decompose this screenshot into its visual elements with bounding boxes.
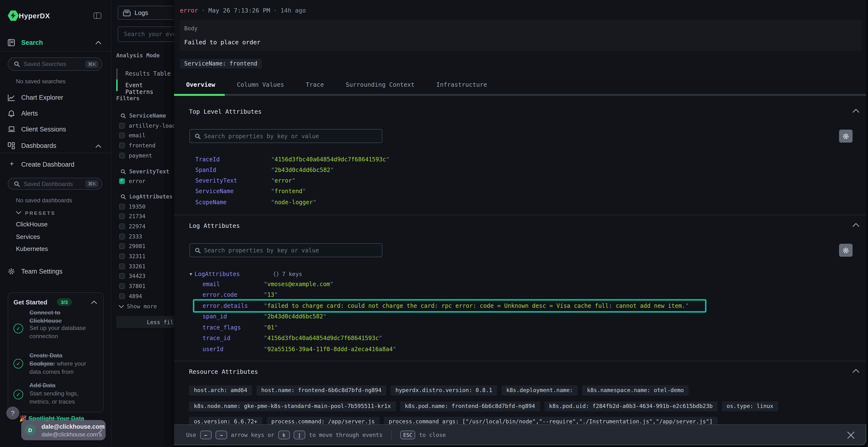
attribute-row[interactable]: email "vmoses@example.com" — [193, 280, 861, 288]
resource-attribute-chip[interactable]: os.type: linux — [722, 401, 778, 411]
attribute-key[interactable]: TraceId — [193, 156, 271, 163]
attribute-value[interactable]: "vmoses@example.com" — [264, 281, 334, 287]
source-select-button[interactable]: Logs — [118, 6, 174, 20]
attribute-key[interactable]: span_id — [193, 313, 264, 320]
checkbox[interactable] — [119, 243, 125, 249]
attribute-value[interactable]: "4156d3fbc40a64854d9dc7f68641593c" — [264, 335, 382, 342]
collapse-triangle-icon[interactable]: ▼ — [189, 271, 192, 276]
log-attributes-search-input[interactable] — [204, 247, 382, 253]
filter-option[interactable]: email — [119, 132, 174, 139]
arrow-right-key[interactable]: → — [216, 431, 227, 439]
filter-option[interactable]: 22974 — [119, 223, 145, 230]
filter-option[interactable]: frontend — [119, 142, 174, 149]
attribute-value[interactable]: "4156d3fbc40a64854d9dc7f68641593c" — [271, 156, 390, 163]
attribute-row[interactable]: userId "92a55156-39a4-11f0-8ddd-a2eca416… — [193, 345, 861, 353]
attribute-key[interactable]: trace_id — [193, 335, 264, 342]
attribute-value[interactable]: "2b43d0c4dd6bc582" — [271, 167, 334, 173]
attribute-row[interactable]: trace_id "4156d3fbc40a64854d9dc7f6864159… — [193, 334, 861, 342]
presets-toggle[interactable]: PRESETS — [0, 209, 111, 216]
attribute-row[interactable]: ScopeName "node-logger" — [193, 198, 861, 206]
sidebar-item-chart-explorer[interactable]: Chart Explorer — [0, 94, 111, 102]
mode-event-patterns[interactable]: Event Patterns — [125, 82, 174, 95]
filter-option[interactable]: 34423 — [119, 273, 145, 280]
sidebar-collapse-icon[interactable] — [94, 12, 101, 19]
resource-attribute-chip[interactable]: k8s.pod.name: frontend-6b6c8d7bfd-ng894 — [400, 401, 540, 411]
attribute-value[interactable]: "failed to charge card: could not charge… — [264, 303, 689, 309]
preset-dashboard-item[interactable]: Kubernetes — [16, 245, 48, 252]
saved-dashboards-input[interactable]: Saved Dashboards ⌘K — [8, 178, 102, 190]
attribute-key[interactable]: error.code — [193, 291, 264, 299]
attribute-key[interactable]: SpanId — [193, 167, 271, 173]
attribute-value[interactable]: "node-logger" — [271, 199, 316, 205]
attribute-key[interactable]: error.details — [193, 303, 264, 309]
checkbox[interactable] — [119, 123, 125, 128]
attribute-row[interactable]: error.code "13" — [193, 291, 861, 299]
collapse-section-chevron-icon[interactable] — [852, 369, 860, 373]
chevron-up-icon[interactable] — [91, 301, 97, 304]
attribute-key[interactable]: ServiceName — [193, 188, 271, 195]
filter-option[interactable]: 2333 — [119, 233, 145, 240]
tab[interactable]: Column Values — [237, 81, 284, 88]
search-icon[interactable] — [121, 194, 126, 199]
attribute-value[interactable]: "2b43d0c4dd6bc582" — [264, 313, 327, 320]
checkbox[interactable] — [119, 143, 125, 148]
arrow-left-key[interactable]: ← — [200, 431, 212, 439]
attribute-row[interactable]: TraceId "4156d3fbc40a64854d9dc7f68641593… — [193, 155, 861, 164]
attribute-key[interactable]: email — [193, 281, 264, 287]
filter-option[interactable]: error — [119, 177, 145, 184]
tab[interactable]: Infrastructure — [436, 81, 487, 88]
attribute-row[interactable]: SpanId "2b43d0c4dd6bc582" — [193, 166, 861, 174]
logattributes-root-row[interactable]: ▼ LogAttributes {} 7 keys — [189, 270, 240, 278]
show-more-button[interactable]: Show more — [119, 303, 157, 310]
resource-attribute-chip[interactable]: k8s.deployment.name: — [501, 385, 578, 396]
filter-option[interactable]: 32311 — [119, 253, 145, 260]
j-key[interactable]: j — [294, 431, 305, 439]
tab[interactable]: Trace — [306, 81, 324, 88]
chevron-up-icon[interactable] — [95, 144, 101, 148]
collapse-section-chevron-icon[interactable] — [852, 222, 860, 227]
attribute-key[interactable]: SeverityText — [193, 177, 271, 184]
sidebar-item-team-settings[interactable]: Team Settings — [0, 267, 111, 276]
close-icon[interactable] — [847, 431, 855, 439]
resource-attribute-chip[interactable]: host.name: frontend-6b6c8d7bfd-ng894 — [256, 385, 386, 396]
attribute-row[interactable]: trace_flags "01" — [193, 323, 861, 332]
checkbox[interactable] — [119, 233, 125, 239]
sidebar-item-dashboards[interactable]: Dashboards — [0, 142, 111, 150]
top-level-settings-button[interactable] — [839, 130, 852, 143]
sidebar-item-search[interactable]: Search — [0, 38, 111, 47]
attribute-key[interactable]: userId — [193, 346, 264, 353]
root-key[interactable]: LogAttributes — [194, 271, 240, 277]
resource-attribute-chip[interactable]: k8s.pod.uid: f284fb2d-a0b3-4634-991b-e2c… — [544, 401, 717, 411]
tab[interactable]: Surrounding Context — [345, 81, 414, 88]
filter-option[interactable]: 19350 — [119, 203, 145, 210]
resource-attribute-chip[interactable]: k8s.namespace.name: otel-demo — [582, 385, 689, 396]
checkbox[interactable] — [119, 224, 125, 229]
create-dashboard-button[interactable]: + Create Dashboard — [0, 161, 111, 169]
collapse-section-chevron-icon[interactable] — [852, 108, 860, 113]
attribute-value[interactable]: "frontend" — [271, 188, 306, 195]
filter-option[interactable]: 33261 — [119, 263, 145, 270]
attribute-row[interactable]: span_id "2b43d0c4dd6bc582" — [193, 312, 861, 321]
checkbox[interactable] — [119, 293, 125, 299]
filter-option[interactable]: 29081 — [119, 243, 145, 250]
checkbox[interactable] — [119, 283, 125, 289]
checkbox[interactable] — [119, 152, 125, 158]
mode-results-table[interactable]: Results Table — [125, 70, 171, 77]
checkbox[interactable] — [119, 133, 125, 138]
filter-option[interactable]: payment — [119, 152, 174, 159]
checkbox[interactable] — [119, 213, 125, 219]
filter-option[interactable]: 4894 — [119, 293, 145, 300]
help-button[interactable]: ? — [6, 407, 19, 419]
top-level-search-input[interactable] — [204, 133, 382, 139]
attribute-row[interactable]: SeverityText "error" — [193, 176, 861, 185]
event-search-input[interactable] — [118, 27, 174, 41]
attribute-key[interactable]: trace_flags — [193, 324, 264, 331]
resource-attribute-chip[interactable]: hyperdx.distro.version: 0.8.1 — [391, 385, 497, 396]
user-account-button[interactable]: D dale@clickhouse.com dale@clickhouse.co… — [21, 420, 105, 440]
preset-dashboard-item[interactable]: Services — [16, 233, 48, 240]
preset-dashboard-item[interactable]: ClickHouse — [16, 220, 48, 228]
attribute-value[interactable]: "error" — [271, 177, 296, 184]
resource-attribute-chip[interactable]: k8s.node.name: gke-pme-k8s-standard-main… — [189, 401, 396, 411]
filter-option[interactable]: 37801 — [119, 282, 145, 290]
attribute-value[interactable]: "92a55156-39a4-11f0-8ddd-a2eca416a8a4" — [264, 346, 396, 353]
